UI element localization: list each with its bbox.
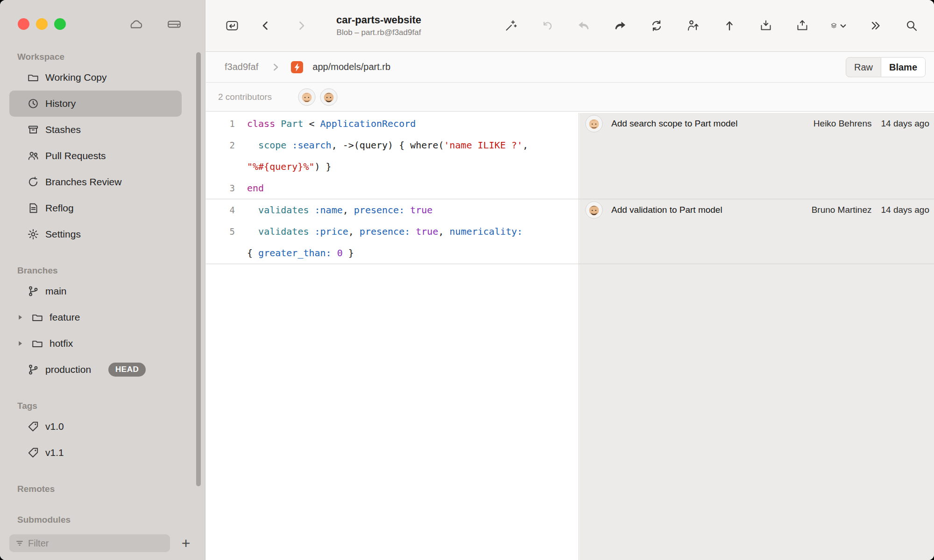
sidebar-item-pull-requests[interactable]: Pull Requests	[9, 143, 182, 169]
view-toggle-blame[interactable]: Blame	[881, 57, 925, 77]
chevron-right-icon	[270, 62, 281, 72]
interactive-rebase-button[interactable]	[685, 17, 701, 34]
stashes-icon	[27, 124, 39, 136]
head-badge: HEAD	[108, 363, 146, 377]
filter-field[interactable]	[9, 534, 170, 552]
avatar-2	[320, 88, 338, 106]
sidebar-item-working-copy[interactable]: Working Copy	[9, 64, 182, 91]
contributors-label: 2 contributors	[218, 92, 272, 102]
sidebar-item-hotfix[interactable]: hotfix	[9, 330, 182, 357]
code-line: 4 validates :name, presence: true	[206, 199, 580, 221]
line-number: 4	[206, 205, 235, 215]
sidebar-item-branches-review[interactable]: Branches Review	[9, 169, 182, 195]
line-number: 3	[206, 183, 235, 193]
code-text: validates :price, presence: true, numeri…	[247, 226, 523, 237]
file-breadcrumb-bar: f3ad9faf app/models/part.rb RawBlame	[206, 52, 934, 83]
branches-review-icon	[27, 176, 39, 188]
commit-author: Bruno Martinez	[812, 205, 872, 215]
section-header-workspace: Workspace	[0, 49, 205, 64]
disclosure-icon[interactable]	[15, 312, 25, 322]
disclosure-icon[interactable]	[15, 338, 25, 349]
blame-block-2: 4 validates :name, presence: true5 valid…	[206, 199, 934, 264]
section-submodules: Submodules	[0, 512, 205, 526]
code-text: class Part < ApplicationRecord	[247, 118, 416, 129]
tag-icon	[27, 447, 39, 459]
app-window: WorkspaceWorking CopyHistoryStashesPull …	[0, 0, 934, 560]
section-workspace: WorkspaceWorking CopyHistoryStashesPull …	[0, 49, 205, 247]
contributors-bar: 2 contributors	[206, 83, 934, 112]
branch-icon	[27, 285, 39, 297]
contributors-avatars	[298, 88, 338, 106]
sidebar-item-label: Working Copy	[45, 72, 107, 83]
forward-button	[293, 17, 310, 34]
commit-hash[interactable]: f3ad9faf	[225, 62, 258, 72]
code-text: scope :search, ->(query) { where('name I…	[247, 140, 528, 151]
sidebar-item-feature[interactable]: feature	[9, 304, 182, 330]
sidebar-item-label: History	[45, 98, 76, 109]
blame-blocks: 1class Part < ApplicationRecord2 scope :…	[206, 113, 934, 264]
unstash-button[interactable]	[794, 17, 811, 34]
sidebar-item-label: hotfix	[50, 338, 73, 349]
sidebar-item-stashes[interactable]: Stashes	[9, 117, 182, 143]
sidebar-item-main[interactable]: main	[9, 278, 182, 304]
fetch-button[interactable]	[648, 17, 665, 34]
toolbar: car-parts-website Blob – part.rb@f3ad9fa…	[206, 0, 934, 52]
folder-icon	[31, 337, 43, 350]
sidebar-item-reflog[interactable]: Reflog	[9, 195, 182, 221]
section-header-branches: Branches	[0, 263, 205, 278]
commit-message: Add validation to Part model	[611, 205, 812, 215]
section-header-remotes: Remotes	[0, 482, 205, 497]
sidebar-item-v1-1[interactable]: v1.1	[9, 440, 182, 466]
blame-block-1: 1class Part < ApplicationRecord2 scope :…	[206, 113, 934, 199]
settings-icon	[27, 228, 39, 240]
section-tags: Tagsv1.0v1.1	[0, 399, 205, 466]
sidebar-item-label: Settings	[45, 229, 81, 240]
sidebar-item-settings[interactable]: Settings	[9, 221, 182, 247]
line-number: 5	[206, 226, 235, 237]
add-button[interactable]: +	[177, 535, 194, 552]
quick-launch-button[interactable]	[502, 17, 519, 34]
sidebar-item-v1-0[interactable]: v1.0	[9, 413, 182, 440]
code-text: validates :name, presence: true	[247, 204, 432, 216]
sidebar-item-label: Branches Review	[45, 176, 121, 188]
sidebar-item-label: Reflog	[45, 203, 74, 214]
back-button[interactable]	[257, 17, 274, 34]
repo-title: car-parts-website	[336, 14, 421, 26]
history-icon	[27, 98, 39, 110]
code-text: { greater_than: 0 }	[247, 247, 354, 259]
blame-content: 1class Part < ApplicationRecord2 scope :…	[206, 113, 934, 560]
view-subtitle: Blob – part.rb@f3ad9faf	[337, 28, 421, 37]
view-toggle: RawBlame	[846, 57, 926, 77]
blame-commit-row[interactable]: Add validation to Part modelBruno Martin…	[580, 199, 934, 221]
cherry-pick-button[interactable]	[612, 17, 629, 34]
avatar-1	[585, 115, 603, 133]
stash-button[interactable]	[757, 17, 774, 34]
sidebar-item-history[interactable]: History	[9, 91, 182, 117]
code-line: "%#{query}%") }	[206, 156, 580, 177]
sidebar-item-label: feature	[50, 312, 80, 323]
blame-commit-row[interactable]: Add search scope to Part modelHeiko Behr…	[580, 113, 934, 134]
line-number: 1	[206, 119, 235, 129]
code-text: end	[247, 182, 264, 194]
sidebar-item-production[interactable]: productionHEAD	[9, 357, 182, 383]
avatar-2	[585, 201, 603, 219]
code-text: "%#{query}%") }	[247, 161, 332, 172]
sidebar-item-label: Pull Requests	[45, 150, 106, 161]
undo-button	[539, 17, 556, 34]
push-button[interactable]	[721, 17, 738, 34]
commit-author: Heiko Behrens	[814, 119, 872, 129]
view-toggle-raw[interactable]: Raw	[846, 57, 881, 77]
code-line: 5 validates :price, presence: true, nume…	[206, 221, 580, 242]
branches-layers-button[interactable]	[830, 17, 847, 34]
filter-input[interactable]	[28, 538, 164, 549]
commit-message: Add search scope to Part model	[611, 119, 814, 129]
code-line: 2 scope :search, ->(query) { where('name…	[206, 134, 580, 156]
sidebar-scrollbar[interactable]	[196, 52, 201, 486]
blame-annotation: Add validation to Part modelBruno Martin…	[580, 199, 934, 264]
jump-to-working-copy-button[interactable]	[224, 17, 241, 34]
search-button[interactable]	[903, 17, 920, 34]
sidebar-item-label: Stashes	[45, 124, 81, 135]
avatar-1	[298, 88, 316, 106]
filter-icon	[15, 539, 24, 548]
more-actions-button[interactable]	[867, 17, 884, 34]
